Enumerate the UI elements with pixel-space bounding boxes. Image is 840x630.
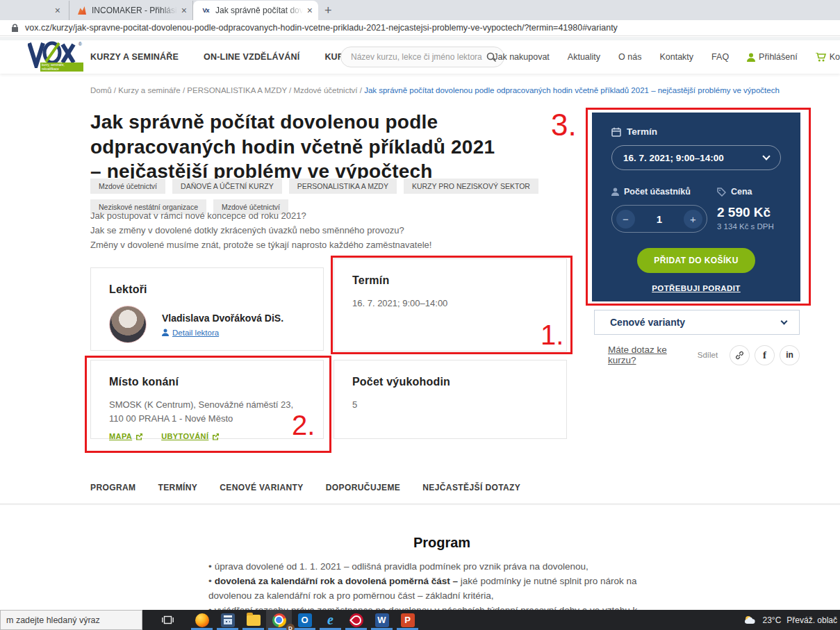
lecturer-avatar [109, 306, 147, 343]
login-link[interactable]: Přihlášení [747, 52, 798, 62]
page-url: vox.cz/kurzy/jak-spravne-pocitat-dovolen… [25, 23, 618, 33]
share-row: Máte dotaz ke kurzu? Sdílet f in [594, 345, 800, 365]
tag-badge[interactable]: DAŇOVÉ A ÚČETNÍ KURZY [172, 179, 282, 194]
page-title: Jak správně počítat dovolenou podle odpr… [90, 110, 500, 184]
calculator-icon [221, 613, 235, 627]
tag-badge[interactable]: Mzdové účetnictví [90, 179, 165, 194]
venue-address: SMOSK (K Centrum), Senovážné náměstí 23,… [109, 398, 305, 425]
user-icon [611, 188, 619, 196]
tag-badge[interactable]: PERSONALISTIKA A MZDY [289, 179, 397, 194]
tab-cenove-varianty[interactable]: CENOVÉ VARIANTY [220, 483, 303, 492]
intro-line: Jak se změny v dovolené dotkly zkrácenýc… [90, 224, 549, 238]
close-icon[interactable]: × [307, 6, 313, 15]
taskbar-red-app[interactable] [343, 610, 369, 630]
decrement-button[interactable]: − [616, 210, 635, 229]
lecturer-detail-link[interactable]: Detail lektora [162, 329, 283, 337]
course-search-input[interactable] [351, 52, 486, 62]
program-bullet: •úprava dovolené od 1. 1. 2021 – odlišná… [208, 560, 677, 574]
tab-active-vox[interactable]: Vx Jak správně počítat dovolenou p × [193, 1, 318, 20]
term-select[interactable]: 16. 7. 2021; 9:00–14:00 [611, 145, 781, 170]
taskbar-ie[interactable]: e [318, 610, 343, 630]
add-to-cart-button[interactable]: PŘIDAT DO KOŠÍKU [637, 248, 755, 273]
program-bullet: •dovolená za kalendářní rok a dovolená p… [208, 574, 677, 604]
venue-heading: Místo konání [109, 376, 305, 388]
close-icon[interactable]: × [181, 6, 187, 15]
breadcrumb[interactable]: Domů / Kurzy a semináře / PERSONALISTIKA… [90, 86, 785, 94]
address-bar[interactable]: vox.cz/kurzy/jak-spravne-pocitat-dovolen… [0, 20, 840, 36]
tab-doporucujeme[interactable]: DOPORUČUJEME [326, 483, 400, 492]
powerpoint-icon: P [401, 613, 415, 627]
intro-line: Jak postupovat v rámci nové koncepce od … [90, 209, 549, 224]
weather-text: Převáž. oblač [787, 615, 837, 625]
taskbar-search[interactable]: m zadejte hledaný výraz [0, 610, 142, 630]
course-search[interactable] [340, 47, 504, 67]
tag-badge[interactable]: KURZY PRO NEZISKOVÝ SEKTOR [404, 179, 538, 194]
venue-box: Místo konání SMOSK (K Centrum), Senovážn… [90, 360, 324, 439]
vox-logo[interactable]: ® kurzy, semináře, rekvalifikace [28, 40, 83, 74]
teaching-hours-value: 5 [352, 399, 357, 410]
taskbar-chrome[interactable]: D [266, 610, 292, 630]
price-with-vat: 3 134 Kč s DPH [717, 222, 781, 231]
nav-online-vzdelavani[interactable]: ON-LINE VZDĚLÁVÁNÍ [204, 52, 299, 62]
nav-faq[interactable]: FAQ [711, 52, 729, 62]
quantity-stepper[interactable]: − 1 + [611, 205, 707, 233]
intro-line: Změny v dovolené musíme znát, protože se… [90, 238, 549, 253]
teaching-hours-box: Počet výukohodin 5 [333, 360, 567, 439]
chrome-profile-badge: D [286, 624, 295, 630]
accommodation-link[interactable]: UBYTOVÁNÍ [161, 432, 220, 440]
cloud-icon [744, 615, 757, 624]
need-advice-link[interactable]: POTŘEBUJI PORADIT [611, 284, 781, 292]
nav-aktuality[interactable]: Aktuality [568, 52, 600, 62]
external-link-icon [135, 433, 143, 440]
task-view-button[interactable] [155, 610, 181, 630]
link-icon [735, 351, 744, 360]
tab-program[interactable]: PROGRAM [90, 483, 135, 492]
secondary-nav: Jak nakupovat Aktuality O nás Kontakty F… [493, 40, 840, 74]
taskbar-outlook[interactable]: O [292, 610, 318, 630]
nav-jak-nakupovat[interactable]: Jak nakupovat [493, 52, 550, 62]
taskbar-firefox[interactable] [189, 610, 215, 630]
nav-kurzy-a-seminare[interactable]: KURZY A SEMINÁŘE [90, 52, 179, 62]
site-header: ® kurzy, semináře, rekvalifikace KURZY A… [0, 40, 840, 74]
taskbar-explorer[interactable] [240, 610, 266, 630]
price-variants-dropdown[interactable]: Cenové varianty [594, 310, 800, 335]
cart-link[interactable]: Ko [816, 52, 840, 62]
taskbar-word[interactable]: W [369, 610, 395, 630]
tab-nejcastejsi-dotazy[interactable]: NEJČASTĚJŠÍ DOTAZY [422, 483, 520, 492]
section-divider [0, 504, 840, 506]
order-panel: Termín 16. 7. 2021; 9:00–14:00 Počet úča… [592, 113, 800, 301]
chrome-icon [272, 613, 286, 627]
logo-subtext: kurzy, semináře, rekvalifikace [40, 63, 83, 72]
breadcrumb-path[interactable]: Domů / Kurzy a semináře / PERSONALISTIKA… [90, 86, 364, 94]
new-tab-button[interactable]: + [324, 4, 332, 17]
external-link-icon [212, 433, 220, 440]
map-link[interactable]: MAPA [109, 432, 143, 440]
nav-kontakty[interactable]: Kontakty [659, 52, 693, 62]
tag-icon [717, 188, 726, 197]
nav-o-nas[interactable]: O nás [618, 52, 641, 62]
term-value: 16. 7. 2021; 9:00–14:00 [352, 298, 447, 308]
word-icon: W [375, 613, 389, 627]
term-select-value: 16. 7. 2021; 9:00–14:00 [623, 153, 724, 163]
increment-button[interactable]: + [684, 210, 702, 229]
chevron-down-icon [762, 152, 770, 160]
screen: × INCOMAKER - Přihlásit se × Vx Jak sprá… [0, 0, 840, 630]
tab-terminy[interactable]: TERMÍNY [158, 483, 197, 492]
close-icon[interactable]: × [55, 6, 60, 15]
firefox-icon [195, 613, 209, 627]
tab-incomaker[interactable]: INCOMAKER - Přihlásit se × [69, 1, 193, 20]
linkedin-share-button[interactable]: in [780, 345, 800, 365]
facebook-share-button[interactable]: f [755, 345, 775, 365]
annotation-label-3: 3. [551, 110, 577, 140]
taskbar-weather[interactable]: 23°C Převáž. oblač [744, 615, 840, 625]
temperature: 23°C [762, 615, 781, 625]
copy-link-button[interactable] [730, 345, 750, 365]
taskbar-calculator[interactable] [215, 610, 240, 630]
tab-partial[interactable]: × [0, 1, 69, 20]
taskbar-powerpoint[interactable]: P [395, 610, 420, 630]
lecturers-box: Lektoři Vladislava Dvořáková DiS. Detail… [90, 267, 324, 351]
lock-icon [11, 24, 19, 33]
course-question-link[interactable]: Máte dotaz ke kurzu? [608, 345, 698, 365]
internet-explorer-icon: e [324, 613, 338, 627]
price-value: 2 590 Kč [717, 205, 781, 220]
